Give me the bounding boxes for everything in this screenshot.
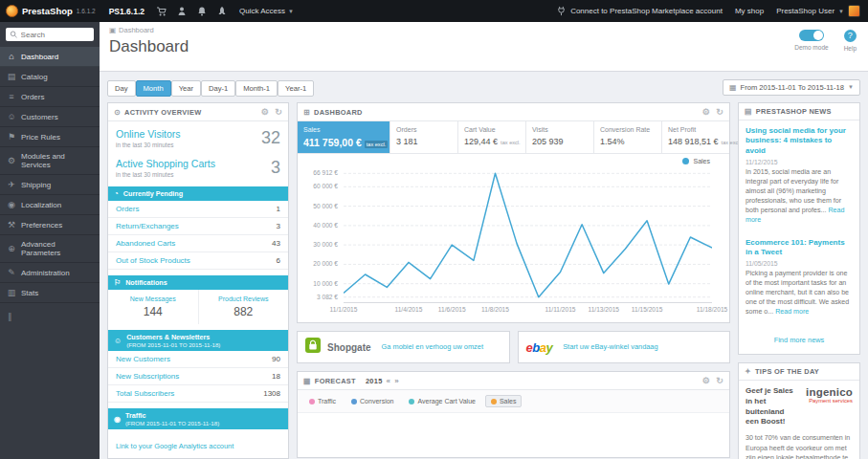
user-menu[interactable]: PrestaShop User ▼ (776, 5, 860, 17)
quick-access-menu[interactable]: Quick Access ▼ (239, 7, 294, 15)
shopgate-logo-icon (305, 338, 321, 357)
sidebar-item-modules-and-services[interactable]: ⚙Modules and Services (0, 147, 100, 175)
onboarding-rocket-icon[interactable] (216, 6, 228, 17)
clock-icon: ◔ (114, 189, 119, 198)
panel-refresh-icon[interactable]: ↻ (275, 107, 282, 117)
activity-row[interactable]: Abandoned Carts43 (108, 235, 288, 252)
my-shop-link[interactable]: My shop (735, 7, 764, 15)
search-input[interactable] (21, 31, 90, 39)
sidebar-item-dashboard[interactable]: ⌂Dashboard (0, 47, 100, 67)
sidebar-item-preferences[interactable]: ⚒Preferences (0, 215, 100, 235)
shopgate-promo[interactable]: Shopgate Ga mobiel en verhoog uw omzet (297, 331, 510, 363)
legend-label: Sales (693, 158, 710, 164)
kpi-tab-visits[interactable]: Visits205 939 (526, 121, 594, 153)
section-subtitle: (FROM 2015-11-01 TO 2015-11-18) (125, 420, 219, 426)
activity-section-header-currently-pending: ◔Currently Pending (108, 186, 288, 201)
sidebar-item-advanced-parameters[interactable]: ⊕Advanced Parameters (0, 235, 100, 263)
ebay-promo[interactable]: ebay Start uw eBay-winkel vandaag (518, 331, 731, 363)
sales-chart-plot[interactable] (344, 167, 712, 303)
activity-row[interactable]: Return/Exchanges3 (108, 218, 288, 235)
sidebar-collapse-button[interactable]: ∥ (0, 303, 100, 330)
module-promos: Shopgate Ga mobiel en verhoog uw omzet e… (297, 331, 730, 363)
filter-button-day[interactable]: Day (107, 80, 136, 97)
sidebar-item-administration[interactable]: ✎Administration (0, 263, 100, 283)
active-carts-counter[interactable]: Active Shopping Carts in the last 30 min… (108, 151, 288, 181)
filter-button-month[interactable]: Month (136, 80, 171, 97)
filter-button-day-1[interactable]: Day-1 (201, 80, 235, 97)
forecast-prev-year-button[interactable]: « (387, 377, 391, 385)
tips-panel-title: TIPS OF THE DAY (755, 367, 819, 376)
activity-overview-panel: ⊙ ACTIVITY OVERVIEW ⚙ ↻ Online Visitors … (107, 102, 289, 459)
forecast-legend-conversion[interactable]: Conversion (345, 395, 399, 407)
activity-row-label[interactable]: Abandoned Carts (116, 239, 175, 248)
panel-settings-gear-icon[interactable]: ⚙ (702, 107, 710, 117)
panel-refresh-icon[interactable]: ↻ (716, 376, 723, 385)
marketplace-link-label: Connect to PrestaShop Marketplace accoun… (570, 7, 723, 15)
customer-notifications-icon[interactable] (176, 6, 188, 17)
kpi-tab-net-profit[interactable]: Net Profit148 918,51 €tax excl. (662, 121, 729, 153)
prestashop-logo[interactable]: PrestaShop 1.6.1.2 (0, 5, 101, 17)
activity-row[interactable]: Orders1 (108, 201, 288, 218)
date-range-picker[interactable]: ▦ From 2015-11-01 To 2015-11-18 ▼ (723, 79, 860, 96)
sidebar-menu: ⌂Dashboard▤Catalog≡Orders☺Customers⚑Pric… (0, 47, 100, 303)
demo-mode-toggle[interactable] (799, 30, 824, 41)
sidebar-item-orders[interactable]: ≡Orders (0, 87, 100, 107)
counter-value: 3 (271, 158, 280, 178)
panel-settings-gear-icon[interactable]: ⚙ (261, 107, 269, 117)
activity-row-label[interactable]: Orders (116, 205, 139, 213)
activity-row[interactable]: Out of Stock Products6 (108, 252, 288, 270)
ebay-promo-link[interactable]: Start uw eBay-winkel vandaag (563, 342, 657, 352)
help-icon[interactable]: ? (844, 30, 857, 42)
activity-row[interactable]: New Subscriptions18 (108, 368, 288, 385)
cart-notifications-icon[interactable] (156, 6, 167, 17)
kpi-tab-conversion-rate[interactable]: Conversion Rate1.54% (594, 121, 662, 153)
forecast-legend-label: Average Cart Value (417, 398, 475, 404)
advanced-parameters-icon: ⊕ (7, 244, 16, 253)
sidebar-item-customers[interactable]: ☺Customers (0, 107, 100, 127)
online-visitors-counter[interactable]: Online Visitors in the last 30 minutes 3… (108, 121, 288, 151)
breadcrumb[interactable]: ▣ Dashboard (109, 26, 858, 34)
activity-row-label[interactable]: Out of Stock Products (116, 256, 190, 265)
x-axis-tick: 11/18/2015 (697, 306, 728, 313)
kpi-tab-cart-value[interactable]: Cart Value129,44 €tax excl. (458, 121, 526, 153)
forecast-legend-average-cart-value[interactable]: Average Cart Value (403, 395, 480, 407)
read-more-link[interactable]: Read more (775, 308, 809, 316)
filter-button-year-1[interactable]: Year-1 (278, 80, 314, 97)
forecast-legend-sales[interactable]: Sales (485, 395, 523, 407)
activity-row-label[interactable]: Total Subscribers (116, 389, 174, 398)
activity-row-label[interactable]: Return/Exchanges (116, 222, 179, 230)
kpi-value-sub: tax excl. (365, 141, 389, 148)
activity-cell-new-messages[interactable]: New Messages144 (108, 290, 199, 324)
sidebar-item-stats[interactable]: ▥Stats (0, 283, 100, 303)
news-article-title[interactable]: Ecommerce 101: Payments in a Tweet (746, 238, 853, 258)
activity-cell-product-reviews[interactable]: Product Reviews882 (199, 290, 289, 324)
news-article-title[interactable]: Using social media for your business: 4 … (746, 126, 853, 156)
filter-button-month-1[interactable]: Month-1 (235, 80, 278, 97)
activity-row-label[interactable]: New Customers (116, 355, 170, 363)
sales-chart-area: Sales 66 912 €60 000 €50 000 €40 000 €30… (305, 160, 722, 320)
message-notifications-icon[interactable] (196, 6, 208, 17)
marketplace-connect-link[interactable]: Connect to PrestaShop Marketplace accoun… (556, 6, 723, 16)
sidebar-item-localization[interactable]: ◉Localization (0, 195, 100, 215)
forecast-next-year-button[interactable]: » (394, 377, 399, 385)
forecast-legend-traffic[interactable]: Traffic (303, 395, 342, 407)
sidebar-item-shipping[interactable]: ✈Shipping (0, 175, 100, 195)
shopgate-promo-link[interactable]: Ga mobiel en verhoog uw omzet (382, 342, 483, 352)
sidebar-search[interactable] (6, 28, 94, 41)
legend-dot (682, 158, 689, 164)
activity-row-label[interactable]: New Subscriptions (116, 372, 179, 381)
panel-refresh-icon[interactable]: ↻ (716, 107, 723, 117)
sidebar-item-catalog[interactable]: ▤Catalog (0, 67, 100, 87)
customers-icon: ☺ (7, 112, 16, 121)
find-more-news-link[interactable]: Find more news (774, 336, 825, 344)
sidebar-item-price-rules[interactable]: ⚑Price Rules (0, 127, 100, 147)
panel-settings-gear-icon[interactable]: ⚙ (702, 376, 710, 385)
kpi-tab-orders[interactable]: Orders3 181 (390, 121, 458, 153)
orders-icon: ≡ (7, 92, 16, 101)
filter-button-year[interactable]: Year (171, 80, 201, 97)
activity-row[interactable]: New Customers90 (108, 351, 288, 368)
google-analytics-link[interactable]: Link to your Google Analytics account (116, 442, 234, 450)
activity-row[interactable]: Total Subscribers1308 (108, 385, 288, 403)
kpi-tab-sales[interactable]: Sales411 759,00 €tax excl. (298, 121, 390, 153)
activity-section-header-customers-newsletters: ☺Customers & Newsletters(FROM 2015-11-01… (108, 330, 288, 351)
